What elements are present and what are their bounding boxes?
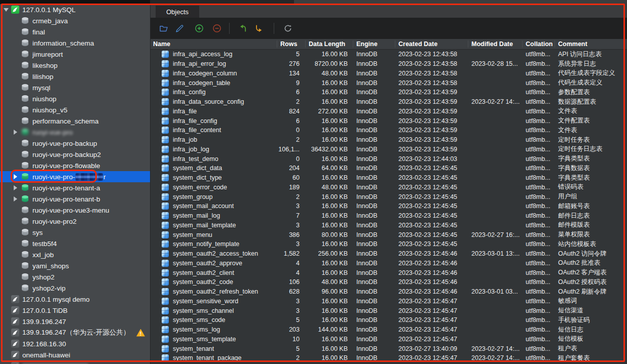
tree-item[interactable]: ruoyi-vue-pro-vue3-menu !	[0, 205, 150, 216]
tree-item[interactable]: ruoyi-vue-pro- r !	[0, 171, 150, 182]
chevron-right-icon[interactable]	[14, 130, 17, 135]
column-header[interactable]: Rows	[277, 41, 305, 48]
tree-item[interactable]: 192.168.16.30 !	[0, 338, 150, 349]
chevron-right-icon[interactable]	[14, 174, 17, 179]
tree-item[interactable]: lilishop !	[0, 71, 150, 82]
table-row[interactable]: infra_job_log 106,1... 36432.00 KB InnoD…	[151, 145, 627, 154]
tree-item[interactable]: information_schema !	[0, 37, 150, 49]
tab-objects[interactable]: Objects	[156, 6, 199, 18]
table-row[interactable]: system_sms_log 203 144.00 KB InnoDB 2023…	[151, 325, 627, 335]
cell-engine: InnoDB	[353, 108, 395, 115]
column-header[interactable]: Data Length	[305, 41, 353, 48]
cell-name: infra_job_log	[151, 146, 277, 153]
table-row[interactable]: infra_job 2 16.00 KB InnoDB 2023-02-23 1…	[151, 135, 627, 145]
table-row[interactable]: system_mail_template 3 16.00 KB InnoDB 2…	[151, 221, 627, 230]
tree-item[interactable]: yami_shops !	[0, 260, 150, 271]
table-row[interactable]: system_error_code 189 48.00 KB InnoDB 20…	[151, 183, 627, 192]
table-row[interactable]: infra_file 824 272.00 KB InnoDB 2023-02-…	[151, 107, 627, 116]
column-header[interactable]: Modified Date	[468, 41, 522, 48]
tree-item[interactable]: final !	[0, 26, 150, 37]
tree-item[interactable]: ruoyi-vue-pro-backup !	[0, 138, 150, 149]
cell-engine: InnoDB	[353, 250, 395, 257]
table-row[interactable]: system_oauth2_approve 4 16.00 KB InnoDB …	[151, 259, 627, 268]
tree-item[interactable]: ruoyi-vue-pro-flowable !	[0, 160, 150, 171]
table-row[interactable]: infra_codegen_table 9 16.00 KB InnoDB 20…	[151, 78, 627, 88]
column-header[interactable]: Collation	[522, 41, 555, 48]
import-wizard-button[interactable]	[238, 24, 247, 33]
tree-item[interactable]: likeshop !	[0, 60, 150, 71]
table-row[interactable]: system_oauth2_refresh_token 628 96.00 KB…	[151, 287, 627, 297]
table-row[interactable]: system_mail_log 7 16.00 KB InnoDB 2023-0…	[151, 211, 627, 221]
tree-item[interactable]: ruoyi-vue-pro-backup2 !	[0, 149, 150, 160]
design-table-button[interactable]	[175, 24, 184, 33]
table-row[interactable]: infra_data_source_config 2 16.00 KB Inno…	[151, 97, 627, 107]
cell-rows: 3	[277, 307, 305, 314]
table-row[interactable]: system_dict_type 60 16.00 KB InnoDB 2023…	[151, 173, 627, 183]
item-icon-slot	[21, 72, 29, 80]
tree-item[interactable]: jimureport !	[0, 49, 150, 60]
table-row[interactable]: infra_file_config 6 16.00 KB InnoDB 2023…	[151, 116, 627, 126]
table-row[interactable]: infra_codegen_column 134 48.00 KB InnoDB…	[151, 69, 627, 78]
table-row[interactable]: system_group 2 16.00 KB InnoDB 2023-02-2…	[151, 192, 627, 201]
column-header[interactable]: Engine	[353, 41, 395, 48]
table-row[interactable]: system_tenant_package 2 16.00 KB InnoDB …	[151, 353, 627, 363]
table-row[interactable]: infra_file_content 0 16.00 KB InnoDB 202…	[151, 126, 627, 135]
refresh-button[interactable]	[283, 24, 292, 33]
tree-item[interactable]: yshop2-vip !	[0, 282, 150, 294]
table-row[interactable]: system_sms_channel 3 16.00 KB InnoDB 202…	[151, 306, 627, 315]
tree-item[interactable]: niushop !	[0, 93, 150, 104]
tree-item[interactable]: 127.0.0.1 MySQL !	[0, 4, 150, 15]
table-row[interactable]: system_tenant 5 16.00 KB InnoDB 2023-02-…	[151, 344, 627, 353]
chevron-right-icon[interactable]	[14, 185, 17, 190]
export-wizard-button[interactable]	[253, 24, 263, 33]
tree-item[interactable]: ruoyi-vue-pro-tenant-a !	[0, 182, 150, 193]
table-row[interactable]: system_sensitive_word 3 16.00 KB InnoDB …	[151, 297, 627, 306]
cell-rows: 106,1...	[277, 146, 305, 153]
table-row[interactable]: system_mail_account 3 16.00 KB InnoDB 20…	[151, 201, 627, 211]
table-row[interactable]: system_oauth2_access_token 1,582 256.00 …	[151, 249, 627, 259]
cell-data-length: 16.00 KB	[305, 155, 353, 163]
tree-item[interactable]: onemall-huawei !	[0, 349, 150, 360]
tree-item[interactable]: niushop_v5 !	[0, 104, 150, 115]
table-row[interactable]: infra_config 6 16.00 KB InnoDB 2023-02-2…	[151, 88, 627, 97]
column-header[interactable]: Comment	[555, 41, 627, 48]
tree-item[interactable]: !	[0, 360, 150, 364]
tree-item[interactable]: 127.0.0.1 TiDB !	[0, 305, 150, 316]
table-icon	[162, 127, 169, 134]
cell-comment: 邮件模版表	[555, 221, 627, 229]
table-row[interactable]: system_oauth2_client 4 16.00 KB InnoDB 2…	[151, 268, 627, 277]
tree-item[interactable]: xxl_job !	[0, 249, 150, 260]
new-table-button[interactable]	[195, 24, 204, 33]
item-icon-slot	[11, 295, 19, 303]
tree-item[interactable]: ruoyi-vue-pro !	[0, 127, 150, 138]
column-header[interactable]: Created Date	[395, 41, 468, 48]
tree-item[interactable]: sys !	[0, 227, 150, 238]
tree-item-label: ruoyi-vue-pro2	[32, 218, 77, 225]
expand-slot	[12, 127, 21, 138]
tree-item[interactable]: crmeb_java !	[0, 15, 150, 26]
table-row[interactable]: system_sms_code 5 16.00 KB InnoDB 2023-0…	[151, 315, 627, 325]
tree-item[interactable]: yshop2 !	[0, 271, 150, 282]
tree-item[interactable]: 127.0.0.1 mysql demo !	[0, 294, 150, 305]
open-table-button[interactable]	[159, 24, 168, 33]
column-header[interactable]: Name	[151, 41, 277, 48]
database-icon	[21, 106, 29, 114]
table-row[interactable]: system_menu 386 80.00 KB InnoDB 2023-02-…	[151, 230, 627, 239]
table-row[interactable]: system_oauth2_code 106 48.00 KB InnoDB 2…	[151, 277, 627, 287]
table-row[interactable]: system_sms_template 10 16.00 KB InnoDB 2…	[151, 335, 627, 344]
chevron-right-icon[interactable]	[14, 196, 17, 201]
tree-item[interactable]: ruoyi-vue-pro2 !	[0, 216, 150, 227]
table-row[interactable]: infra_test_demo 0 16.00 KB InnoDB 2023-0…	[151, 154, 627, 164]
tree-item[interactable]: 139.9.196.247（华为云-开源公共） !	[0, 327, 150, 338]
delete-table-button[interactable]	[212, 24, 222, 33]
table-row[interactable]: system_notify_template 3 16.00 KB InnoDB…	[151, 239, 627, 249]
tree-item[interactable]: testb5f4 !	[0, 238, 150, 249]
tree-item[interactable]: mysql !	[0, 82, 150, 93]
tree-item[interactable]: ruoyi-vue-pro-tenant-b !	[0, 193, 150, 205]
table-row[interactable]: infra_api_access_log 5 16.00 KB InnoDB 2…	[151, 50, 627, 59]
chevron-down-icon[interactable]	[4, 8, 9, 12]
tree-item[interactable]: 139.9.196.247 !	[0, 316, 150, 327]
tree-item[interactable]: performance_schema !	[0, 115, 150, 127]
table-row[interactable]: system_dict_data 204 64.00 KB InnoDB 202…	[151, 164, 627, 173]
table-row[interactable]: infra_api_error_log 276 8720.00 KB InnoD…	[151, 59, 627, 69]
